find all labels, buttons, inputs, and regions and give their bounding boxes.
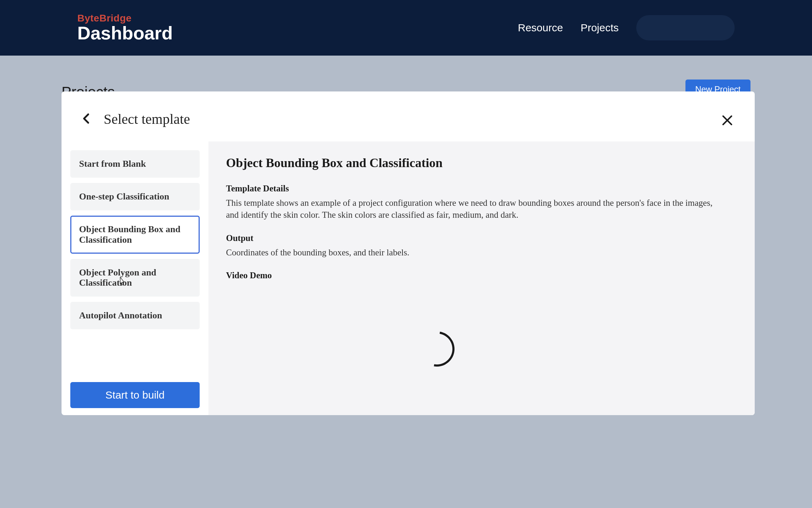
template-item-bounding-box[interactable]: Object Bounding Box and Classification [70, 216, 200, 254]
start-to-build-button[interactable]: Start to build [70, 382, 200, 408]
header: ByteBridge Dashboard Resource Projects [0, 0, 812, 56]
select-template-modal: Select template Start from Blank One-ste… [62, 91, 755, 415]
template-details-panel: Object Bounding Box and Classification T… [208, 141, 755, 415]
details-section-template-details-text: This template shows an example of a proj… [226, 197, 718, 221]
chevron-left-icon [83, 113, 90, 124]
page-content: Projects New Project Select template Sta… [0, 56, 812, 415]
nav-link-resource[interactable]: Resource [518, 22, 563, 34]
nav-link-projects[interactable]: Projects [581, 22, 619, 34]
template-item-blank[interactable]: Start from Blank [70, 150, 200, 178]
close-button[interactable] [720, 113, 734, 129]
nav-user-button[interactable] [636, 15, 735, 40]
details-title: Object Bounding Box and Classification [226, 155, 737, 170]
template-sidebar: Start from Blank One-step Classification… [62, 141, 208, 415]
modal-header: Select template [62, 91, 755, 141]
details-section-output-title: Output [226, 233, 737, 243]
template-item-autopilot[interactable]: Autopilot Annotation [70, 302, 200, 329]
details-section-output-text: Coordinates of the bounding boxes, and t… [226, 247, 718, 259]
nav-right: Resource Projects [518, 15, 735, 40]
modal-body: Start from Blank One-step Classification… [62, 141, 755, 415]
brand-name-bottom: Dashboard [77, 24, 173, 42]
brand-logo[interactable]: ByteBridge Dashboard [77, 13, 173, 42]
back-button[interactable] [79, 111, 93, 127]
close-icon [722, 115, 733, 126]
template-list: Start from Blank One-step Classification… [70, 150, 200, 329]
brand-name-top: ByteBridge [77, 13, 173, 23]
modal-title: Select template [104, 111, 190, 127]
details-section-video-demo-title: Video Demo [226, 271, 737, 280]
template-item-polygon[interactable]: Object Polygon and Classification [70, 259, 200, 297]
details-section-template-details-title: Template Details [226, 184, 737, 193]
template-item-one-step[interactable]: One-step Classification [70, 183, 200, 210]
loading-spinner-icon [412, 324, 461, 373]
